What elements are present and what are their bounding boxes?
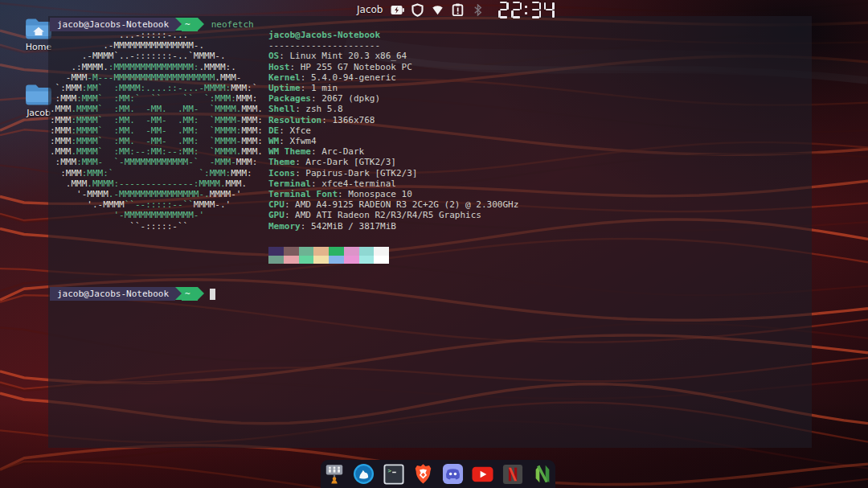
terminal-cursor [210,289,215,300]
neofetch-field: Theme: Arc-Dark [GTK2/3] [268,157,518,167]
top-panel: Jacob [357,0,555,19]
dock-item-brave[interactable] [412,463,435,486]
ascii-line: `:MMM:MM` :MMMM:....::-...-MMMM:MMM:` [50,83,263,93]
palette-swatch [374,247,389,256]
figures-board-icon [324,463,345,485]
ascii-line: .:MMMM.:MMMMMMMMMMMMMMM:.MMMM:. [50,62,263,72]
neofetch-field: Shell: zsh 5.8 [268,104,518,114]
bluetooth-icon-glyph [473,4,483,16]
netflix-icon [502,464,523,485]
ascii-line: .MMM.MMMM` :MM:--:MM:--:MM: `MMMM.MMM. [50,146,263,157]
svg-text:>: > [387,467,391,474]
ascii-line: '-MMMMMMMMMMMMM-' [50,210,263,220]
neofetch-separator: --------------------- [268,40,518,51]
dock-item-neovim[interactable] [531,463,554,486]
ascii-line: ``-:::::-`` [50,221,263,232]
wifi-icon-glyph [432,5,444,15]
palette-swatch [284,256,299,265]
prompt-path-segment: ~ [182,287,198,301]
terminal-window[interactable]: jacob@Jacobs-Notebook ~ neofetch ...-:::… [48,16,812,448]
neofetch-field: Terminal Font: Monospace 10 [268,189,518,199]
librewolf-icon [353,463,375,485]
clock-digit [511,2,522,18]
ascii-line: :MMM:MMMM` :MM. -MM- .MM: `MMMM:MMM: [50,125,263,136]
dock-item-discord[interactable] [442,463,465,486]
powerline-arrow-icon [198,287,204,300]
neofetch-field: Kernel: 5.4.0-94-generic [268,72,518,83]
dock-item-app-board[interactable] [323,463,346,486]
ascii-line: :MMM:MMM:` `:MMM:MMM: [50,168,263,178]
neofetch-field: Terminal: xfce4-terminal [268,178,518,189]
prompt-host-segment: jacob@Jacobs-Notebook [50,287,175,301]
neofetch-title: jacob@Jacobs-Notebook [268,30,518,40]
wifi-icon[interactable] [430,2,444,17]
panel-user-label[interactable]: Jacob [357,4,383,15]
ascii-line: '.-MMMM``--:::::--``MMMM-.' [50,199,263,210]
neovim-icon [532,463,553,485]
palette-swatch [344,247,359,256]
powerline-arrow-icon [175,287,182,300]
dock-item-netflix[interactable] [502,463,524,486]
ascii-line: -MMM-M---MMMMMMMMMMMMMMMMMMM.MMM- [50,72,263,83]
palette-swatch [359,256,375,265]
clock-digit [530,2,541,18]
palette-swatch [374,256,389,265]
discord-icon [442,463,464,485]
neofetch-color-palette [268,247,389,264]
palette-row [268,247,389,256]
neofetch-field: Icons: Papirus-Dark [GTK2/3] [268,168,518,178]
prompt-line-2: jacob@Jacobs-Notebook ~ [50,287,215,301]
bluetooth-icon[interactable] [470,2,485,17]
palette-swatch [359,247,375,256]
ascii-line: '-MMMM.-MMMMMMMMMMMMMMM-.MMMM-' [50,189,263,199]
palette-swatch [313,247,329,256]
palette-swatch [284,247,299,256]
shield-icon[interactable] [410,2,424,17]
ascii-line: :MMM:MMM` :MM:` `` `` `:MMM:MMM: [50,93,263,104]
ascii-line: :MMM:MMM- `-MMMMMMMMMMMM-` -MMM-MMM: [50,157,263,167]
desktop: Home Jacob Jacob [0,0,868,488]
neofetch-field: GPU: AMD ATI Radeon R2/R3/R4/R5 Graphics [268,210,518,220]
dock-item-librewolf[interactable] [353,463,375,486]
panel-clock[interactable] [497,0,555,19]
clock-digit [498,2,509,18]
dock-item-terminal[interactable]: > [383,463,405,486]
battery-icon[interactable] [390,2,404,17]
palette-swatch [329,256,344,265]
battery-charging-icon [391,5,404,15]
palette-swatch [268,256,284,265]
terminal-icon: > [383,464,404,485]
palette-swatch [313,256,329,265]
neofetch-field: WM: Xfwm4 [268,136,518,146]
ascii-line: .-MMMMMMMMMMMMMMM-. [50,40,263,51]
dock: > [321,460,555,488]
palette-swatch [329,247,344,256]
youtube-icon [472,466,493,482]
palette-row [268,256,389,265]
powerline-arrow-icon [175,18,182,31]
neofetch-field: OS: Linux Mint 20.3 x86_64 [268,51,518,61]
palette-swatch [268,247,284,256]
brave-icon [413,463,433,485]
neofetch-field: CPU: AMD A4-9125 RADEON R3 2C+2G (2) @ 2… [268,199,518,210]
clipboard-alert-icon [452,3,464,16]
ascii-line: :MMM:MMMM` :MM. -MM- .MM: `MMMM-MMM: [50,115,263,125]
neofetch-field: WM Theme: Arc-Dark [268,146,518,157]
neofetch-field: DE: Xfce [268,125,518,136]
neofetch-field: Resolution: 1366x768 [268,115,518,125]
neofetch-field: Memory: 542MiB / 3817MiB [268,221,518,232]
ascii-line: .MMM.MMMM` :MM. -MM. .MM- `MMMM.MMM. [50,104,263,114]
shield-icon-glyph [411,3,424,17]
powerline-arrow-icon [198,18,204,31]
ascii-line: .-MMMM`..-:::::::-..`MMMM-. [50,51,263,61]
ascii-line: ...-:::::-... [50,30,263,40]
palette-swatch [344,256,359,265]
ascii-line: .MMM.MMMM:--------------:MMMM.MMM. [50,178,263,189]
neofetch-field: Host: HP 255 G7 Notebook PC [268,62,518,72]
neofetch-ascii-logo: ...-:::::-... .-MMMMMMMMMMMMMMM-. .-MMMM… [50,30,263,232]
clipboard-icon[interactable] [450,2,465,17]
clock-colon [524,2,529,18]
clock-digit [544,2,555,18]
dock-item-youtube[interactable] [472,463,494,486]
neofetch-field: Uptime: 1 min [268,83,518,93]
